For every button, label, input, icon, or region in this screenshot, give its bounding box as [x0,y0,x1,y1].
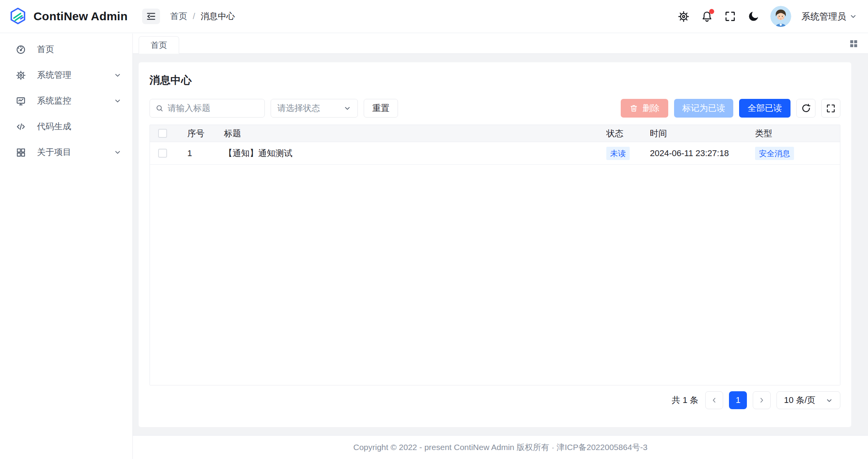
page-size-select[interactable]: 10 条/页 [776,391,840,409]
sidebar-item-code-generation[interactable]: 代码生成 [0,114,132,139]
row-time: 2024-06-11 23:27:18 [650,148,755,158]
table-empty-space [150,165,840,385]
table-row: 1 【通知】通知测试 未读 2024-06-11 23:27:18 安全消息 [150,142,840,165]
chevron-down-icon [114,148,121,156]
tab-home[interactable]: 首页 [139,36,179,54]
column-header-index: 序号 [175,128,224,139]
chevron-down-icon [114,71,121,79]
footer: Copyright © 2022 - present ContiNew Admi… [133,435,868,459]
row-checkbox[interactable] [158,149,167,158]
delete-button[interactable]: 删除 [621,99,668,118]
tab-grid-icon[interactable] [849,39,868,49]
sidebar-item-label: 系统监控 [37,95,103,107]
bell-icon[interactable] [700,10,713,23]
sidebar-item-label: 首页 [37,44,121,55]
message-table: 序号 标题 状态 时间 类型 1 【通知】通知测试 未读 2024-06-11 … [150,125,840,385]
notification-dot [709,9,714,14]
gear-icon[interactable] [677,10,690,23]
title-search-field[interactable] [150,99,265,118]
logo-area[interactable]: ContiNew Admin [0,0,133,33]
row-title: 【通知】通知测试 [224,148,606,159]
monitor-icon [16,96,26,106]
toolbar: 请选择状态 重置 删除 标记为已读 全部已读 [150,99,840,118]
sidebar-item-label: 代码生成 [37,121,121,132]
gear-icon [16,70,26,81]
status-select[interactable]: 请选择状态 [271,99,358,118]
tab-label: 首页 [151,40,167,51]
sidebar-item-system-management[interactable]: 系统管理 [0,62,132,88]
chevron-down-icon [343,104,351,112]
code-icon [16,121,26,132]
chevron-right-icon [758,396,766,404]
refresh-icon [801,103,811,113]
search-icon [155,104,164,113]
page-number-1[interactable]: 1 [729,391,747,409]
row-index: 1 [175,148,224,158]
moon-icon[interactable] [747,10,760,23]
select-all-checkbox[interactable] [158,129,167,138]
mark-read-button[interactable]: 标记为已读 [674,99,733,118]
message-center-card: 消息中心 请选择状态 重置 删除 [139,62,851,427]
header-center: 首页 / 消息中心 [133,9,677,24]
all-read-button[interactable]: 全部已读 [739,99,791,118]
page-title: 消息中心 [150,62,840,87]
chevron-down-icon [849,12,857,20]
next-page-button[interactable] [753,391,771,409]
page-size-value: 10 条/页 [784,394,815,406]
breadcrumb-separator: / [193,11,195,21]
tab-bar: 首页 [133,33,868,54]
refresh-button[interactable] [796,99,815,118]
chevron-down-icon [826,397,833,404]
breadcrumb-current: 消息中心 [201,11,235,22]
copyright-text: Copyright © 2022 - present ContiNew Admi… [353,442,647,453]
chevron-down-icon [114,97,121,105]
sidebar-item-about-project[interactable]: 关于项目 [0,139,132,165]
fullscreen-icon [826,104,836,113]
column-header-status: 状态 [606,128,650,139]
pagination: 共 1 条 1 10 条/页 [150,391,840,409]
apps-icon [16,147,26,158]
menu-fold-button[interactable] [142,9,160,24]
column-header-time: 时间 [650,128,755,139]
trash-icon [629,104,638,113]
app-header: ContiNew Admin 首页 / 消息中心 [0,0,868,33]
dashboard-icon [16,44,26,55]
reset-button[interactable]: 重置 [364,99,398,118]
sidebar-item-system-monitor[interactable]: 系统监控 [0,88,132,114]
status-badge: 未读 [606,147,630,160]
sidebar: 首页 系统管理 系统监控 代码生成 关于项 [0,33,133,459]
breadcrumb-home[interactable]: 首页 [170,11,187,22]
avatar[interactable] [770,6,791,27]
main-area: 首页 消息中心 请选择状态 [133,33,868,459]
sidebar-item-label: 系统管理 [37,69,103,81]
header-actions: 系统管理员 [677,6,868,27]
column-header-type: 类型 [755,128,840,139]
column-header-title: 标题 [224,128,606,139]
prev-page-button[interactable] [705,391,723,409]
pagination-total: 共 1 条 [672,394,698,406]
type-badge: 安全消息 [755,147,794,160]
delete-button-label: 删除 [643,102,660,114]
user-name: 系统管理员 [801,11,846,23]
table-header: 序号 标题 状态 时间 类型 [150,125,840,142]
breadcrumb: 首页 / 消息中心 [170,11,235,22]
fullscreen-icon[interactable] [724,10,737,23]
app-root: ContiNew Admin 首页 / 消息中心 [0,0,868,459]
status-select-value: 请选择状态 [277,102,320,114]
search-input[interactable] [167,103,259,113]
sidebar-item-label: 关于项目 [37,146,103,158]
sidebar-item-home[interactable]: 首页 [0,37,132,62]
logo-icon [9,7,27,26]
table-fullscreen-button[interactable] [821,99,840,118]
app-title: ContiNew Admin [33,10,128,23]
user-menu[interactable]: 系统管理员 [801,11,857,23]
chevron-left-icon [710,396,718,404]
